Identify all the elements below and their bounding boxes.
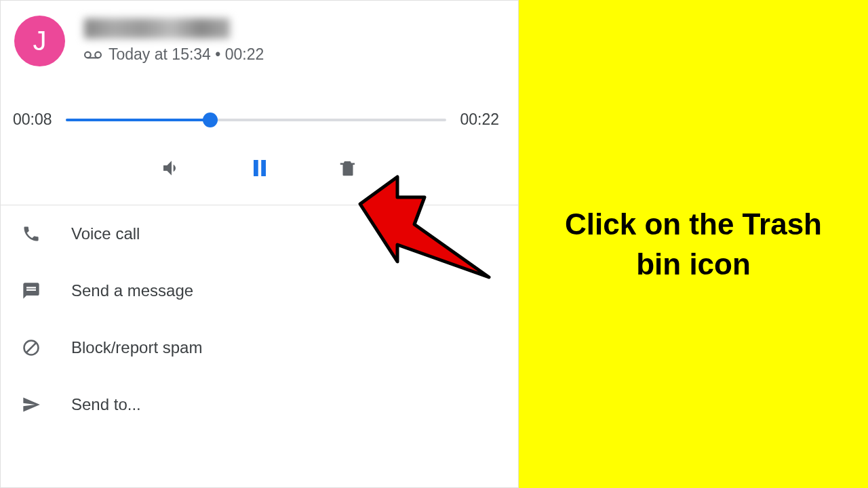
instruction-panel: Click on the Trash bin icon <box>519 0 868 488</box>
svg-point-1 <box>95 52 101 58</box>
svg-point-0 <box>85 52 91 58</box>
contact-name <box>84 18 230 39</box>
speaker-icon <box>161 157 182 179</box>
svg-rect-3 <box>254 160 258 176</box>
speaker-button[interactable] <box>158 155 185 182</box>
header: J Today at 15:34 • 00:22 <box>1 1 518 73</box>
total-time: 00:22 <box>460 110 499 129</box>
phone-icon <box>20 224 43 243</box>
header-info: Today at 15:34 • 00:22 <box>84 16 264 64</box>
voicemail-icon <box>84 50 102 60</box>
block-icon <box>20 338 43 357</box>
timestamp-text: Today at 15:34 • 00:22 <box>108 45 264 64</box>
menu-label: Block/report spam <box>71 338 202 357</box>
menu-block-report[interactable]: Block/report spam <box>1 319 518 376</box>
svg-line-6 <box>26 343 36 352</box>
menu-send-to[interactable]: Send to... <box>1 376 518 433</box>
playback-slider[interactable] <box>66 119 447 121</box>
menu-voice-call[interactable]: Voice call <box>1 205 518 262</box>
send-icon <box>20 395 43 414</box>
instruction-text: Click on the Trash bin icon <box>559 204 827 285</box>
voicemail-panel: J Today at 15:34 • 00:22 00:08 00:22 <box>0 0 519 488</box>
menu-label: Voice call <box>71 224 140 243</box>
slider-fill <box>66 119 211 121</box>
menu-label: Send a message <box>71 281 193 300</box>
trash-icon <box>338 158 358 178</box>
menu-send-message[interactable]: Send a message <box>1 262 518 319</box>
pause-icon <box>248 156 272 180</box>
playback-slider-row: 00:08 00:22 <box>1 73 518 129</box>
voicemail-meta: Today at 15:34 • 00:22 <box>84 45 264 64</box>
pause-button[interactable] <box>246 155 273 182</box>
slider-thumb[interactable] <box>203 113 218 127</box>
current-time: 00:08 <box>13 110 52 129</box>
menu-label: Send to... <box>71 395 141 414</box>
avatar[interactable]: J <box>14 16 65 66</box>
message-icon <box>20 281 43 300</box>
playback-controls <box>1 129 518 205</box>
delete-button[interactable] <box>334 155 361 182</box>
svg-rect-4 <box>261 160 266 176</box>
